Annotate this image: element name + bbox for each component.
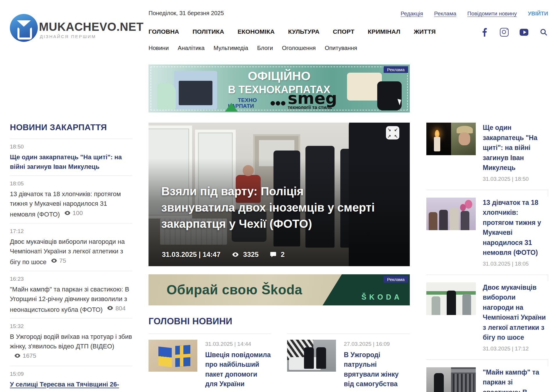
left-rail-news: НОВИНИ ЗАКАРПАТТЯ 18:50 Ще один закарпат… [10,123,132,392]
nav-item-zhyttia[interactable]: ЖИТТЯ [414,28,436,35]
main-news-column: 31.03.2025 | 14:44 Швеція повідомила про… [149,334,271,392]
header-date: Понеділок, 31 березня 2025 [149,10,224,17]
logo-tagline: ДІЗНАЙСЯ ПЕРШИМ [40,34,96,39]
technokarpaty-logo: ТЕХНОКАРПАТИ [223,97,258,109]
search-icon[interactable] [539,28,548,37]
list-item[interactable]: 18:05 13 дівчаток та 18 хлопчиків: протя… [10,176,132,223]
facebook-icon[interactable] [480,28,489,37]
nav-item-holovna[interactable]: ГОЛОВНА [149,28,179,35]
right-rail-news: Ще один закарпатець "На щиті": на війні … [426,123,548,392]
story-card[interactable]: 27.03.2025 | 16:09 В Ужгороді патрульні … [287,334,410,392]
item-title[interactable]: Двоє мукачівців вибороли нагороди на Чем… [483,282,548,343]
fence-image [451,367,476,392]
smeg-tagline: технології та стиль [288,105,332,110]
item-title[interactable]: "Майн кампф" та паркан зі свастикою: В У… [483,367,548,392]
item-title[interactable]: 13 дівчаток та 18 хлопчиків: протягом ти… [10,189,132,219]
officer-image [304,347,314,369]
nav-item-sport[interactable]: СПОРТ [333,28,354,35]
item-time: 18:50 [10,144,132,150]
social-bar [480,28,548,37]
main-nav: ГОЛОВНА ПОЛІТИКА ЕКОНОМІКА КУЛЬТУРА СПОР… [149,28,436,35]
subnav-item-multymedia[interactable]: Мультимедіа [214,45,248,51]
view-count: 804 [107,304,126,313]
story-thumbnail [287,340,336,372]
hero-views: 3325 [243,250,259,259]
ad-headline-1: ОФІЦІЙНО [149,69,410,83]
nav-item-polityka[interactable]: ПОЛІТИКА [192,28,224,35]
ad-banner-technokarpaty[interactable]: Реклама ОФІЦІЙНО В ТЕХНОКАРПАТАХ ТЕХНОКА… [149,65,410,112]
item-date: 31.03.2025 | 17:12 [483,346,548,352]
list-item[interactable]: 15:09 У селищі Тересва на Тячівщині 26- [10,366,132,392]
nav-item-ekonomika[interactable]: ЕКОНОМІКА [237,28,275,35]
sub-nav: Новини Аналітика Мультимедіа Блоги Оголо… [149,45,357,51]
collapse-icon[interactable]: ↘↙ ↗↖ [386,126,399,139]
divider [426,359,548,360]
item-title[interactable]: 13 дівчаток та 18 хлопчиків: протягом ти… [483,198,548,258]
logo-triangle-shape [17,20,31,27]
item-title[interactable]: Ще один закарпатець "На щиті": на війні … [483,123,548,173]
list-item[interactable]: 17:12 Двоє мукачівців вибороли нагороди … [10,223,132,271]
hero-date: 31.03.2025 | 14:47 [162,250,221,259]
smeg-logo: smeg технології та стиль [271,92,337,110]
skoda-logo: ŠKODA [362,293,402,301]
logo-title[interactable]: MUKACHEVO.NET [39,20,144,33]
hero-article[interactable]: ↘↙ ↗↖ Взяли під варту: Поліція звинувати… [149,123,410,266]
logo-box-shape [17,27,32,40]
list-item[interactable]: 13 дівчаток та 18 хлопчиків: протягом ти… [426,198,548,275]
sweden-flag-image [175,345,190,367]
story-title[interactable]: В Ужгороді патрульні врятували жінку від… [344,350,410,389]
hero-comments: 2 [281,250,285,259]
comments-icon [270,251,277,258]
item-title[interactable]: Двоє мукачівців вибороли нагороди на Чем… [10,237,132,267]
story-thumbnail [149,340,197,372]
divider [426,275,548,275]
story-thumbnail [426,367,476,392]
list-item[interactable]: 16:23 "Майн кампф" та паркан зі свастико… [10,271,132,318]
story-card[interactable]: 31.03.2025 | 14:44 Швеція повідомила про… [149,334,271,392]
login-button[interactable]: УВІЙТИ [528,10,548,17]
officer-image [316,347,326,369]
instagram-icon[interactable] [500,28,509,37]
view-count: 1675 [14,351,36,360]
list-item[interactable]: "Майн кампф" та паркан зі свастикою: В У… [426,367,548,392]
list-item[interactable]: 18:50 Ще один закарпатець "На щиті": на … [10,139,132,176]
left-rail-heading: НОВИНИ ЗАКАРПАТТЯ [10,123,132,132]
subnav-item-blohy[interactable]: Блоги [257,45,273,51]
item-title[interactable]: "Майн кампф" та паркан зі свастикою: В У… [10,284,132,314]
list-item[interactable]: Ще один закарпатець "На щиті": на війні … [426,123,548,190]
item-time: 15:09 [10,371,132,377]
page: MUKACHEVO.NET ДІЗНАЙСЯ ПЕРШИМ Понеділок,… [0,0,558,392]
ad-label: Реклама [384,276,408,283]
list-item[interactable]: Двоє мукачівців вибороли нагороди на Чем… [426,282,548,359]
item-time: 18:05 [10,180,132,187]
story-thumbnail [426,198,476,230]
ukraine-flag-image [158,347,172,367]
hero-title[interactable]: Взяли під варту: Поліція звинуватила дво… [161,183,375,232]
divider [426,190,548,190]
subnav-item-opytuvannia[interactable]: Опитування [325,45,357,51]
story-thumbnail [426,123,476,155]
subnav-item-novyny[interactable]: Новини [149,45,169,51]
nav-item-kryminal[interactable]: КРИМІНАЛ [368,28,400,35]
item-title[interactable]: В Ужгороді водій виїхав на тротуар і зби… [10,332,132,362]
views-icon [232,251,239,258]
ad-banner-skoda[interactable]: Обирай свою Škoda ŠKODA Реклама [149,274,410,305]
subnav-item-oholoshennia[interactable]: Оголошення [282,45,316,51]
link-report-news[interactable]: Повідомити новину [467,10,517,17]
header-top-links: Редакція Реклама Повідомити новину УВІЙТ… [400,10,548,17]
item-time: 16:23 [10,276,132,282]
site-logo-icon[interactable] [10,14,38,42]
item-time: 15:32 [10,323,132,330]
youtube-icon[interactable] [520,28,528,37]
story-title[interactable]: Швеція повідомила про найбільший пакет д… [205,350,271,389]
item-title[interactable]: Ще один закарпатець "На щиті": на війні … [10,152,132,171]
view-count: 100 [64,208,83,218]
link-advertising[interactable]: Реклама [434,10,456,17]
main-news-heading: ГОЛОВНІ НОВИНИ [149,316,410,327]
view-count: 75 [51,256,66,265]
list-item[interactable]: 15:32 В Ужгороді водій виїхав на тротуар… [10,318,132,366]
item-title[interactable]: У селищі Тересва на Тячівщині 26- [10,380,132,389]
nav-item-kultura[interactable]: КУЛЬТУРА [288,28,319,35]
subnav-item-analityka[interactable]: Аналітика [178,45,205,51]
link-editorial[interactable]: Редакція [400,10,423,17]
